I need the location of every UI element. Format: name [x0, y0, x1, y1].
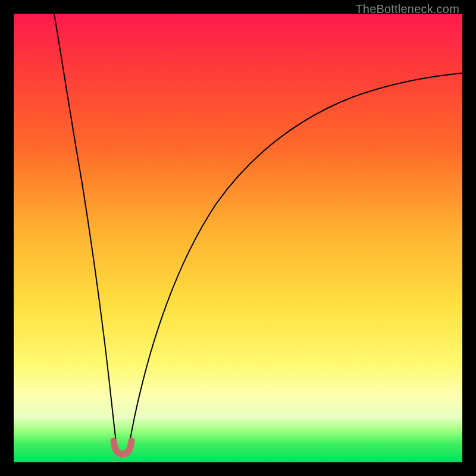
curve-right-branch: [128, 73, 462, 453]
min-marker: [114, 441, 131, 454]
curve-left-branch: [54, 14, 118, 453]
plot-area: [14, 14, 462, 462]
chart-frame: TheBottleneck.com: [0, 0, 476, 476]
curve-layer: [14, 14, 462, 462]
